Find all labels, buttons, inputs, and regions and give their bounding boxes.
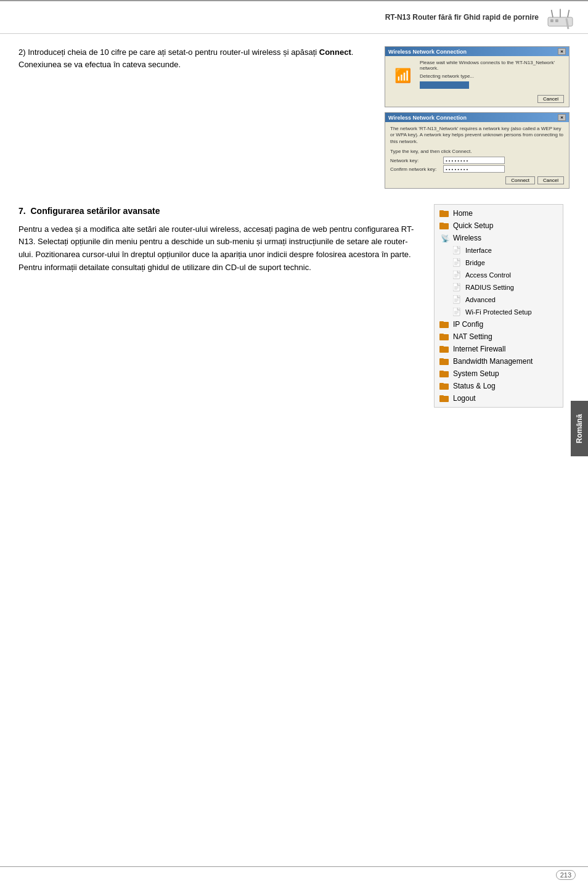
menu-item-radius-setting[interactable]: RADIUS Setting (435, 281, 563, 294)
main-content: 2) Introduceți cheia de 10 cifre pe care… (0, 40, 588, 432)
dialog2-field2-value: •••••••• (446, 166, 469, 172)
svg-line-4 (552, 10, 553, 17)
menu-icon-doc (452, 295, 462, 305)
menu-label: Wireless (453, 234, 481, 242)
dialog1-titlebar: Wireless Network Connection × (385, 47, 569, 56)
menu-label: Logout (453, 394, 476, 403)
svg-rect-9 (439, 210, 444, 212)
menu-item-access-control[interactable]: Access Control (435, 269, 563, 281)
menu-icon-folder (439, 344, 449, 354)
dialog2-connect-button[interactable]: Connect (505, 176, 535, 184)
menu-icon-folder (439, 369, 449, 379)
dialog2-field1-row: Network key: •••••••• (390, 157, 564, 164)
dialog1-title: Wireless Network Connection (388, 49, 467, 55)
dialog1: Wireless Network Connection × 📶 Please w… (385, 46, 570, 107)
menu-label: Bandwidth Management (453, 357, 533, 366)
dialog2-body: The network 'RT-N13_Network' requires a … (385, 122, 569, 188)
menu-icon-doc (452, 307, 462, 317)
step2-text: 2) Introduceți cheia de 10 cifre pe care… (18, 46, 372, 189)
menu-label: Home (453, 209, 473, 218)
page-number: 213 (556, 870, 576, 880)
svg-rect-21 (453, 271, 460, 279)
dialog2-field1-label: Network key: (390, 158, 439, 163)
menu-label: IP Config (453, 320, 483, 329)
menu-label: Access Control (465, 271, 511, 279)
step2-number: 2) (18, 47, 26, 57)
svg-rect-13 (453, 246, 460, 254)
language-tab: Română (571, 401, 588, 456)
router-icon (545, 5, 576, 30)
menu-label: Quick Setup (453, 221, 493, 230)
step2-dialogs: Wireless Network Connection × 📶 Please w… (385, 46, 570, 189)
svg-rect-1 (550, 19, 553, 22)
document-title: RT-N13 Router fără fir Ghid rapid de por… (385, 13, 539, 22)
dialog2-btn-row: Connect Cancel (390, 176, 564, 184)
menu-item-wireless[interactable]: 📡Wireless (435, 232, 563, 244)
menu-icon-folder (439, 381, 449, 391)
svg-rect-40 (439, 334, 444, 335)
menu-icon-folder (439, 208, 449, 218)
dialog2-field2-input[interactable]: •••••••• (443, 165, 505, 173)
svg-text:📶: 📶 (394, 67, 412, 84)
step2-bold: Connect (319, 47, 351, 57)
dialog2-title: Wireless Network Connection (388, 115, 467, 121)
dialog2-close-button[interactable]: × (558, 114, 566, 121)
menu-item-advanced[interactable]: Advanced (435, 294, 563, 306)
svg-rect-38 (439, 321, 444, 323)
dialog2: Wireless Network Connection × The networ… (385, 112, 570, 189)
section7: 7. Configurarea setărilor avansate Pentr… (18, 204, 570, 408)
menu-label: Bridge (465, 259, 485, 266)
dialog2-prompt: Type the key, and then click Connect. (390, 149, 564, 154)
menu-item-system-setup[interactable]: System Setup (435, 368, 563, 380)
menu-item-bandwidth-management[interactable]: Bandwidth Management (435, 355, 563, 368)
menu-item-nat-setting[interactable]: NAT Setting (435, 331, 563, 343)
svg-rect-46 (439, 371, 444, 372)
menu-label: Internet Firewall (453, 345, 505, 353)
dialog1-close-button[interactable]: × (558, 48, 566, 55)
svg-rect-17 (453, 258, 460, 266)
dialog1-body: 📶 Please wait while Windows connects to … (385, 56, 569, 107)
menu-icon-doc (452, 282, 462, 292)
svg-rect-25 (453, 283, 460, 291)
menu-item-status-&-log[interactable]: Status & Log (435, 380, 563, 392)
menu-label: System Setup (453, 369, 499, 378)
menu-icon-wireless: 📡 (439, 233, 449, 243)
menu-icon-doc (452, 245, 462, 255)
menu-item-bridge[interactable]: Bridge (435, 257, 563, 269)
menu-item-logout[interactable]: Logout (435, 392, 563, 405)
footer: 213 (0, 866, 588, 883)
svg-rect-11 (439, 223, 444, 224)
svg-line-6 (568, 10, 569, 17)
menu-item-internet-firewall[interactable]: Internet Firewall (435, 343, 563, 355)
svg-rect-50 (439, 395, 444, 397)
dialog2-field1-value: •••••••• (446, 158, 469, 163)
step2-section: 2) Introduceți cheia de 10 cifre pe care… (18, 46, 570, 189)
dialog1-cancel-button[interactable]: Cancel (537, 95, 564, 103)
menu-item-home[interactable]: Home (435, 207, 563, 220)
step2-text-part1: Introduceți cheia de 10 cifre pe care aț… (28, 47, 319, 57)
dialog2-field2-row: Confirm network key: •••••••• (390, 165, 564, 173)
menu-icon-folder (439, 221, 449, 231)
section7-heading: 7. Configurarea setărilor avansate (18, 204, 422, 218)
menu-icon-doc (452, 258, 462, 268)
router-menu: HomeQuick Setup📡WirelessInterfaceBridgeA… (434, 204, 563, 408)
menu-item-wi-fi-protected-setup[interactable]: Wi-Fi Protected Setup (435, 306, 563, 318)
dialog1-wifi-icon: 📶 (390, 67, 415, 85)
dialog2-field1-input[interactable]: •••••••• (443, 157, 505, 164)
menu-item-ip-config[interactable]: IP Config (435, 318, 563, 331)
menu-label: NAT Setting (453, 332, 492, 341)
menu-label: Interface (465, 247, 492, 254)
section7-text: 7. Configurarea setărilor avansate Pentr… (18, 204, 422, 408)
menu-label: RADIUS Setting (465, 284, 514, 291)
section7-number: 7. (18, 206, 26, 216)
menu-icon-folder (439, 356, 449, 366)
section7-menu-area: HomeQuick Setup📡WirelessInterfaceBridgeA… (434, 204, 570, 408)
dialog2-cancel-button[interactable]: Cancel (537, 176, 564, 184)
menu-label: Wi-Fi Protected Setup (465, 308, 532, 316)
svg-rect-44 (439, 358, 444, 360)
dialog2-titlebar: Wireless Network Connection × (385, 113, 569, 122)
svg-rect-2 (555, 19, 558, 22)
menu-label: Status & Log (453, 382, 496, 390)
menu-item-interface[interactable]: Interface (435, 244, 563, 257)
menu-item-quick-setup[interactable]: Quick Setup (435, 220, 563, 232)
